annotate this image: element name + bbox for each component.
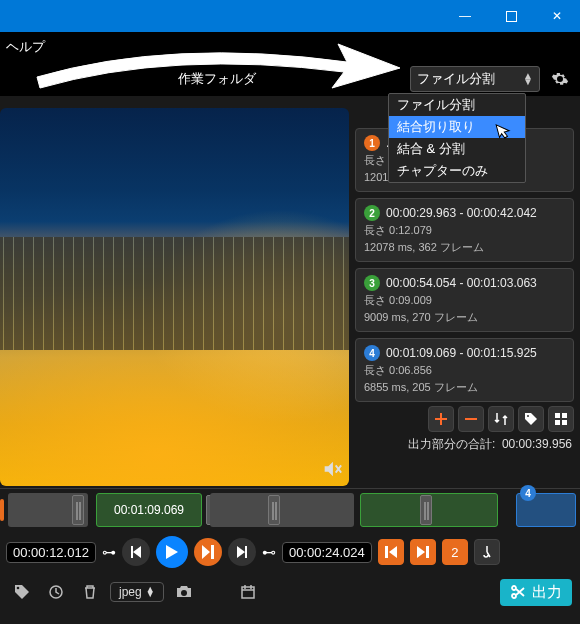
segment-badge-1: 1 xyxy=(364,135,380,151)
add-segment-button[interactable] xyxy=(428,406,454,432)
mode-dropdown[interactable]: ファイル分割 ▲▼ xyxy=(410,66,540,92)
close-button[interactable]: ✕ xyxy=(534,0,580,32)
timeline[interactable]: 00:01:09.069 4 xyxy=(0,488,580,532)
left-timecode[interactable]: 00:00:12.012 xyxy=(6,542,96,563)
timeline-seg-green[interactable]: 00:01:09.069 xyxy=(96,493,202,527)
svg-rect-3 xyxy=(562,413,567,418)
scissors-icon xyxy=(510,584,526,600)
segment-detail: 9009 ms, 270 フレーム xyxy=(364,310,565,325)
timeline-handle[interactable] xyxy=(72,495,84,525)
play-button[interactable] xyxy=(156,536,188,568)
svg-point-8 xyxy=(181,590,187,596)
camera-icon[interactable] xyxy=(170,578,198,606)
mode-option-3[interactable]: チャプターのみ xyxy=(389,160,525,182)
clock-icon[interactable] xyxy=(42,578,70,606)
svg-rect-4 xyxy=(555,420,560,425)
key-out-icon[interactable]: ⊷ xyxy=(262,544,276,560)
menu-help[interactable]: ヘルプ xyxy=(6,38,45,56)
mark-out-button[interactable] xyxy=(410,539,436,565)
window-titlebar: — ✕ xyxy=(0,0,580,32)
segment-4[interactable]: 400:01:09.069 - 00:01:15.925 長さ 0:06.856… xyxy=(355,338,574,402)
toolbar: 作業フォルダ ファイル分割 ▲▼ xyxy=(0,62,580,96)
volume-icon[interactable] xyxy=(321,458,343,480)
segment-badge-4: 4 xyxy=(364,345,380,361)
transport-bar: 00:00:12.012 ⊶ ⊷ 00:00:24.024 2 xyxy=(0,532,580,572)
svg-point-10 xyxy=(512,586,516,590)
segment-range: 00:01:09.069 - 00:01:15.925 xyxy=(386,346,537,360)
menubar: ヘルプ xyxy=(0,32,580,62)
svg-rect-9 xyxy=(242,587,254,598)
svg-rect-2 xyxy=(555,413,560,418)
format-select[interactable]: jpeg▲▼ xyxy=(110,582,164,602)
segment-3[interactable]: 300:00:54.054 - 00:01:03.063 長さ 0:09.009… xyxy=(355,268,574,332)
svg-point-1 xyxy=(527,415,529,417)
format-label: jpeg xyxy=(119,585,142,599)
svg-rect-5 xyxy=(562,420,567,425)
segment-length: 長さ 0:09.009 xyxy=(364,293,565,308)
work-folder-label: 作業フォルダ xyxy=(178,70,256,88)
timeline-gap-2[interactable] xyxy=(210,493,354,527)
segment-length: 長さ 0:12.079 xyxy=(364,223,565,238)
timeline-handle[interactable] xyxy=(420,495,432,525)
segment-range: 00:00:54.054 - 00:01:03.063 xyxy=(386,276,537,290)
segment-tools xyxy=(355,402,580,434)
key-in-icon[interactable]: ⊶ xyxy=(102,544,116,560)
export-label: 出力 xyxy=(532,583,562,602)
tag-button[interactable] xyxy=(518,406,544,432)
chevron-updown-icon: ▲▼ xyxy=(146,587,155,597)
segment-detail: 12078 ms, 362 フレーム xyxy=(364,240,565,255)
bottom-bar: jpeg▲▼ 出力 xyxy=(0,572,580,612)
segment-detail: 6855 ms, 205 フレーム xyxy=(364,380,565,395)
timeline-label: 00:01:09.069 xyxy=(114,503,184,517)
tag-icon[interactable] xyxy=(8,578,36,606)
calendar-icon[interactable] xyxy=(234,578,262,606)
totals-value: 00:00:39.956 xyxy=(502,437,572,451)
segment-range: 00:00:29.963 - 00:00:42.042 xyxy=(386,206,537,220)
svg-rect-0 xyxy=(506,11,516,21)
mode-dropdown-value: ファイル分割 xyxy=(417,70,495,88)
mode-option-0[interactable]: ファイル分割 xyxy=(389,94,525,116)
minimize-button[interactable]: — xyxy=(442,0,488,32)
totals-label: 出力部分の合計: xyxy=(408,437,495,451)
prev-frame-button[interactable] xyxy=(122,538,150,566)
preview-image xyxy=(0,237,349,350)
segment-badge-3: 3 xyxy=(364,275,380,291)
remove-segment-button[interactable] xyxy=(458,406,484,432)
mark-in-button[interactable] xyxy=(378,539,404,565)
grid-button[interactable] xyxy=(548,406,574,432)
segment-length: 長さ 0:06.856 xyxy=(364,363,565,378)
sort-button[interactable] xyxy=(488,406,514,432)
mode-option-2[interactable]: 結合 & 分割 xyxy=(389,138,525,160)
timeline-handle[interactable] xyxy=(268,495,280,525)
timeline-marker-orange[interactable] xyxy=(0,499,4,521)
gear-icon[interactable] xyxy=(548,67,572,91)
segment-count-badge[interactable]: 2 xyxy=(442,539,468,565)
svg-point-11 xyxy=(512,594,516,598)
segment-2[interactable]: 200:00:29.963 - 00:00:42.042 長さ 0:12.079… xyxy=(355,198,574,262)
segment-badge-2: 2 xyxy=(364,205,380,221)
maximize-button[interactable] xyxy=(488,0,534,32)
chevron-updown-icon: ▲▼ xyxy=(523,73,533,85)
timeline-badge-4: 4 xyxy=(520,485,536,501)
step-button[interactable] xyxy=(194,538,222,566)
svg-point-6 xyxy=(17,587,20,590)
trash-icon[interactable] xyxy=(76,578,104,606)
next-frame-button[interactable] xyxy=(228,538,256,566)
right-timecode[interactable]: 00:00:24.024 xyxy=(282,542,372,563)
split-button[interactable] xyxy=(474,539,500,565)
mode-dropdown-list[interactable]: ファイル分割 結合切り取り 結合 & 分割 チャプターのみ xyxy=(388,93,526,183)
video-preview[interactable] xyxy=(0,108,349,486)
export-button[interactable]: 出力 xyxy=(500,579,572,606)
totals: 出力部分の合計: 00:00:39.956 xyxy=(355,434,580,457)
